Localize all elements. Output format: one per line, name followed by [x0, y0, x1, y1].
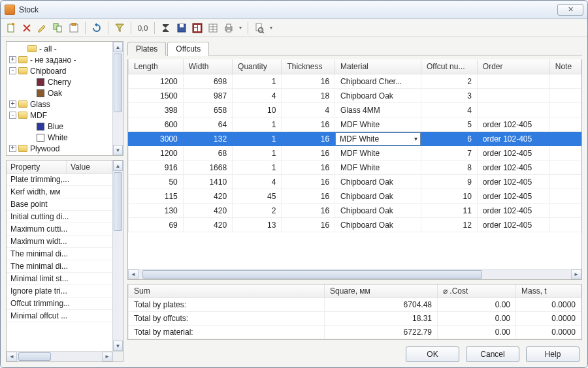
cell[interactable]: 1 — [233, 146, 282, 161]
property-row[interactable]: The minimal di... — [7, 260, 112, 273]
cell[interactable] — [549, 132, 581, 146]
table-row[interactable]: 694201316Chipboard Oak12order 102-405 — [129, 218, 581, 232]
close-button[interactable]: ✕ — [557, 4, 583, 16]
filter-icon[interactable] — [113, 22, 126, 35]
cell[interactable]: 16 — [282, 204, 335, 218]
rotate-icon[interactable] — [90, 22, 103, 35]
table-row[interactable]: 501410416Chipboard Oak9order 102-405 — [129, 175, 581, 189]
cell[interactable]: 1 — [233, 161, 282, 175]
cell[interactable]: MDF White — [335, 146, 421, 161]
scroll-thumb[interactable] — [142, 270, 482, 279]
collapse-icon[interactable]: - — [9, 67, 16, 74]
column-header[interactable]: Thickness — [282, 59, 335, 74]
props-scrollbar-h[interactable]: ◄ ► — [7, 352, 112, 361]
material-tree[interactable]: - all -+- не задано --ChipboardCherryOak… — [6, 41, 123, 156]
cell[interactable]: 13 — [233, 218, 282, 232]
property-row[interactable]: Base point — [7, 198, 112, 211]
cell[interactable] — [549, 89, 581, 103]
table-row[interactable]: 120068116MDF White7order 102-405 — [129, 146, 581, 161]
cell[interactable]: MDF White — [335, 117, 421, 132]
cell[interactable]: 1 — [233, 117, 282, 132]
cell[interactable]: 5 — [421, 117, 477, 132]
table-row[interactable]: 1154204516Chipboard Oak10order 102-405 — [129, 189, 581, 204]
tab-offcuts[interactable]: Offcuts — [167, 42, 209, 56]
offcuts-grid[interactable]: LengthWidthQuantityThicknessMaterialOffc… — [127, 59, 582, 280]
cell[interactable]: 1410 — [183, 175, 232, 189]
cell[interactable]: 12 — [421, 218, 477, 232]
paste-icon[interactable] — [67, 22, 80, 35]
cell[interactable]: 600 — [129, 117, 184, 132]
material-dropdown[interactable]: MDF White — [335, 132, 421, 146]
property-row[interactable]: Offcut trimming... — [7, 298, 112, 310]
tree-node[interactable]: +- не задано - — [9, 54, 112, 65]
cell[interactable] — [477, 89, 549, 103]
cell[interactable] — [549, 146, 581, 161]
cell[interactable]: 64 — [183, 117, 232, 132]
cell[interactable] — [549, 74, 581, 89]
table-row[interactable]: 398658104Glass 4MM4 — [129, 103, 581, 117]
cell[interactable]: 16 — [282, 117, 335, 132]
cell[interactable] — [549, 175, 581, 189]
table-row[interactable]: 9161668116MDF White8order 102-405 — [129, 161, 581, 175]
scroll-thumb[interactable] — [18, 352, 51, 361]
print-dropdown-icon[interactable]: ▾ — [238, 25, 243, 31]
expand-icon[interactable]: + — [9, 145, 16, 152]
property-row[interactable]: Plate trimming,... — [7, 174, 112, 186]
cell[interactable]: 3000 — [129, 132, 184, 146]
property-row[interactable]: The minimal di... — [7, 248, 112, 260]
cell[interactable]: Chipboard Oak — [335, 204, 421, 218]
help-button[interactable]: Help — [526, 346, 580, 362]
cell[interactable]: 16 — [282, 146, 335, 161]
cell[interactable]: 115 — [129, 189, 184, 204]
cell[interactable]: Chipboard Oak — [335, 175, 421, 189]
new-icon[interactable] — [5, 22, 18, 35]
cell[interactable]: 50 — [129, 175, 184, 189]
cell[interactable]: 1200 — [129, 146, 184, 161]
tree-node[interactable]: White — [9, 132, 112, 143]
cell[interactable]: order 102-405 — [477, 175, 549, 189]
scroll-right-icon[interactable]: ► — [571, 269, 581, 279]
props-scrollbar-v[interactable]: ▲ ▼ — [112, 161, 123, 351]
column-header[interactable]: Quantity — [233, 59, 282, 74]
cell[interactable]: 18 — [282, 89, 335, 103]
cell[interactable]: 69 — [129, 218, 184, 232]
tree-node[interactable]: - all - — [9, 43, 112, 54]
collapse-icon[interactable]: - — [9, 112, 16, 119]
cell[interactable]: 987 — [183, 89, 232, 103]
column-header[interactable]: Length — [129, 59, 184, 74]
scroll-up-icon[interactable]: ▲ — [113, 42, 123, 52]
cell[interactable]: order 102-405 — [477, 161, 549, 175]
cell[interactable] — [549, 117, 581, 132]
scroll-left-icon[interactable]: ◄ — [7, 352, 17, 361]
cell[interactable] — [549, 189, 581, 204]
cell[interactable]: 9 — [421, 175, 477, 189]
scroll-thumb[interactable] — [114, 54, 122, 112]
properties-grid[interactable]: Property Value Plate trimming,...Kerf wi… — [6, 160, 123, 362]
scroll-left-icon[interactable]: ◄ — [128, 269, 139, 279]
cell[interactable]: 420 — [183, 218, 232, 232]
cell[interactable]: 1200 — [129, 74, 184, 89]
ok-button[interactable]: OK — [406, 346, 459, 362]
tree-node[interactable]: Blue — [9, 121, 112, 132]
tree-node[interactable]: -Chipboard — [9, 65, 112, 76]
cell[interactable] — [549, 204, 581, 218]
tree-node[interactable]: +Glass — [9, 99, 112, 110]
table-row[interactable]: 130420216Chipboard Oak11order 102-405 — [129, 204, 581, 218]
cell[interactable]: 45 — [233, 189, 282, 204]
property-row[interactable]: Ignore plate tri... — [7, 285, 112, 298]
prop-header-property[interactable]: Property — [7, 161, 67, 173]
table-row[interactable]: 1500987418Chipboard Oak3 — [129, 89, 581, 103]
cell[interactable]: MDF White — [335, 161, 421, 175]
layout-icon[interactable] — [206, 22, 220, 35]
cell[interactable]: 4 — [282, 103, 335, 117]
cell[interactable]: 16 — [282, 218, 335, 232]
cell[interactable]: 132 — [183, 132, 232, 146]
scroll-right-icon[interactable]: ► — [102, 352, 112, 361]
property-row[interactable]: Initial cutting di... — [7, 211, 112, 223]
copy-icon[interactable] — [52, 22, 65, 35]
cell[interactable] — [477, 103, 549, 117]
cell[interactable]: 1 — [233, 132, 282, 146]
cell[interactable]: 11 — [421, 204, 477, 218]
preview-dropdown-icon[interactable]: ▾ — [269, 25, 274, 31]
cell[interactable]: 698 — [183, 74, 232, 89]
